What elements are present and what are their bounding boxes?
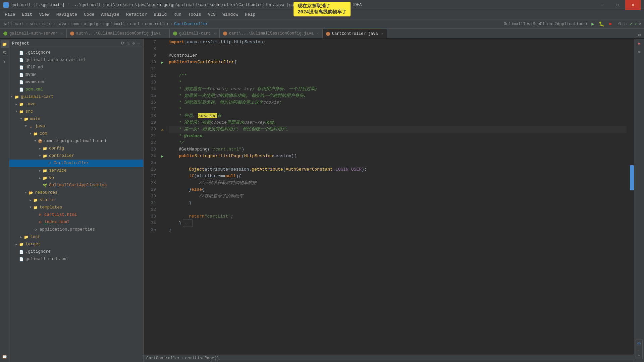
- tree-com[interactable]: ▼ 📁 com: [9, 130, 143, 137]
- tab-close-cart[interactable]: ✕: [214, 32, 216, 36]
- project-collapse-icon[interactable]: ⇅: [126, 40, 130, 47]
- menu-help[interactable]: Help: [241, 11, 259, 18]
- tree-test[interactable]: ▶ 📁 test: [9, 233, 143, 241]
- bc-cart-controller[interactable]: CartController: [174, 22, 208, 26]
- bc-cart[interactable]: cart: [130, 22, 140, 26]
- tree-src[interactable]: ▼ 📁 src: [9, 108, 143, 115]
- minimize-button[interactable]: —: [594, 0, 610, 10]
- tree-mvnwcmd[interactable]: 📄 mvnw.cmd: [9, 78, 143, 86]
- tree-gulimall-cart[interactable]: ▼ 📁 gulimall-cart: [9, 93, 143, 101]
- menu-refactor[interactable]: Refactor: [123, 11, 150, 18]
- bc-controller[interactable]: controller: [145, 22, 169, 26]
- menu-view[interactable]: View: [36, 11, 53, 18]
- menu-edit[interactable]: Edit: [18, 11, 36, 18]
- menu-file[interactable]: File: [1, 11, 18, 18]
- tab-cart-controller[interactable]: CartController.java ✕: [323, 29, 387, 38]
- punctuation-icon[interactable]: 。: [638, 348, 641, 352]
- menu-analyze[interactable]: Analyze: [98, 11, 123, 18]
- tab-cart-session[interactable]: cart\...\GulimallSessionConfig.java ✕: [220, 29, 323, 38]
- tab-auth-server[interactable]: gulimall-auth-server ✕: [0, 29, 67, 38]
- favorites-icon[interactable]: ★: [1, 58, 9, 66]
- code-editor: 7 8 9 10 11 12 13 14 15 16 17 18 19 20 2…: [144, 39, 634, 362]
- split-editor-button[interactable]: ⇔: [635, 31, 644, 38]
- tree-mvnw[interactable]: 📄 mvnw: [9, 71, 143, 78]
- tree-config[interactable]: ▶ 📁 config: [9, 145, 143, 152]
- java-src-icon: ☕: [28, 124, 34, 129]
- ime-icon[interactable]: 中: [637, 341, 641, 346]
- debug-button[interactable]: 🐛: [598, 21, 605, 27]
- code-area[interactable]: import javax.servlet.http.HttpSession; @…: [166, 39, 629, 355]
- stop-button[interactable]: ■: [607, 21, 613, 27]
- tab-close-auth-server[interactable]: ✕: [61, 32, 63, 36]
- bc-java[interactable]: java: [57, 22, 66, 26]
- menu-build[interactable]: Build: [150, 11, 170, 18]
- editor-bc-method[interactable]: cartListPage(): [185, 356, 219, 361]
- bc-mall-cart[interactable]: mall-cart: [3, 22, 24, 26]
- event-log-icon[interactable]: 📋: [1, 353, 9, 361]
- bc-main[interactable]: main: [42, 22, 52, 26]
- menu-navigate[interactable]: Navigate: [53, 11, 80, 18]
- bc-com[interactable]: com: [71, 22, 79, 26]
- menu-run[interactable]: Run: [170, 11, 184, 18]
- folder-icon: 📁: [33, 197, 38, 203]
- tree-java[interactable]: ▼ ☕ java: [9, 123, 143, 130]
- run-marker-24[interactable]: ▶: [159, 153, 166, 160]
- code-line-19: * 没登录: 按照cookie里面带来user-key来做。: [169, 119, 627, 126]
- tree-static[interactable]: ▶ 📁 static: [9, 196, 143, 204]
- toolbar-breadcrumb: mall-cart › src › main › java › com › at…: [0, 19, 644, 29]
- bc-src[interactable]: src: [30, 22, 37, 26]
- tab-session-config[interactable]: auth\...\GulimallSessionConfig.java ✕: [67, 29, 170, 38]
- menu-vcs[interactable]: VCS: [205, 11, 219, 18]
- run-marker-10[interactable]: ▶: [159, 59, 166, 66]
- menu-window[interactable]: Window: [219, 11, 241, 18]
- project-sync-icon[interactable]: ⟳: [120, 40, 125, 47]
- validation-icon[interactable]: ⚑: [636, 40, 643, 48]
- tree-cart-controller[interactable]: C CartController: [9, 160, 143, 167]
- tab-close-cart-session[interactable]: ✕: [317, 32, 319, 36]
- run-controls: GulimallTestSsoClient2Application ▼ ▶ 🐛 …: [504, 21, 641, 27]
- menu-code[interactable]: Code: [80, 11, 98, 18]
- tree-vo[interactable]: ▶ 📁 vo: [9, 174, 143, 182]
- tree-templates[interactable]: ▼ 📁 templates: [9, 204, 143, 211]
- editor-bc-controller[interactable]: CartController: [146, 356, 180, 361]
- close-button[interactable]: ✕: [625, 0, 641, 10]
- tab-close-session[interactable]: ✕: [164, 32, 166, 36]
- ime-controls: 中 。 ⌨: [636, 340, 643, 359]
- tree-pom-xml[interactable]: 📄 pom.xml: [9, 86, 143, 93]
- tree-index-html[interactable]: H index.html: [9, 219, 143, 226]
- tree-controller[interactable]: ▼ 📁 controller: [9, 152, 143, 160]
- project-settings-icon[interactable]: ⚙: [132, 40, 136, 47]
- tree-gulimall-cart-iml[interactable]: 📄 gulimall-cart.iml: [9, 255, 143, 263]
- tree-mvn-folder[interactable]: ▶ 📁 .mvn: [9, 101, 143, 108]
- notification-overlay: 现在京东取消了 2024没有离线购物车了: [293, 2, 351, 16]
- bc-atguigu[interactable]: atguigu: [84, 22, 101, 26]
- tree-gulimall-cart-app[interactable]: 🌱 GulimallCartApplication: [9, 182, 143, 189]
- tab-icon: [3, 32, 7, 36]
- tree-main[interactable]: ▼ 📁 main: [9, 115, 143, 123]
- tree-help-md[interactable]: 📄 HELP.md: [9, 64, 143, 71]
- structure-right-icon[interactable]: ≡: [636, 49, 643, 56]
- tree-auth-server-iml[interactable]: 📄 gulimall-auth-server.iml: [9, 56, 143, 64]
- tab-close-cart-controller[interactable]: ✕: [381, 32, 383, 36]
- code-line-16: * 浏览器以后保存, 每次访问都会带上这个cookie;: [169, 99, 627, 106]
- tab-gulimall-cart[interactable]: gulimall-cart ✕: [170, 29, 220, 38]
- tree-package[interactable]: ▼ 📦 com.atguigu.gulimall.cart: [9, 137, 143, 145]
- maximize-button[interactable]: □: [610, 0, 625, 10]
- tree-resources[interactable]: ▼ 📂 resources: [9, 189, 143, 196]
- tree-service[interactable]: ▶ 📁 service: [9, 167, 143, 174]
- code-line-20: * 第一次: 如果没有临时用户, 帮忙创建一个临时用户。: [169, 126, 627, 133]
- tree-application-props[interactable]: ⚙ application.properties: [9, 226, 143, 233]
- project-close-icon[interactable]: —: [137, 40, 141, 47]
- tree-gitignore2[interactable]: 📄 .gitignore: [9, 248, 143, 255]
- bc-gulimall[interactable]: gulimall: [106, 22, 125, 26]
- keyboard-icon[interactable]: ⌨: [638, 354, 640, 358]
- scroll-thumb[interactable]: [630, 165, 634, 190]
- structure-icon[interactable]: 🏗: [1, 49, 9, 57]
- fold-button-34[interactable]: ...: [183, 220, 193, 227]
- tree-target[interactable]: ▶ 📁 target: [9, 241, 143, 248]
- project-icon[interactable]: 📁: [1, 40, 9, 48]
- tree-cartlist-html[interactable]: H cartList.html: [9, 211, 143, 219]
- run-button[interactable]: ▶: [589, 21, 596, 27]
- tree-gitignore1[interactable]: 📄 .gitignore: [9, 49, 143, 56]
- menu-tools[interactable]: Tools: [185, 11, 205, 18]
